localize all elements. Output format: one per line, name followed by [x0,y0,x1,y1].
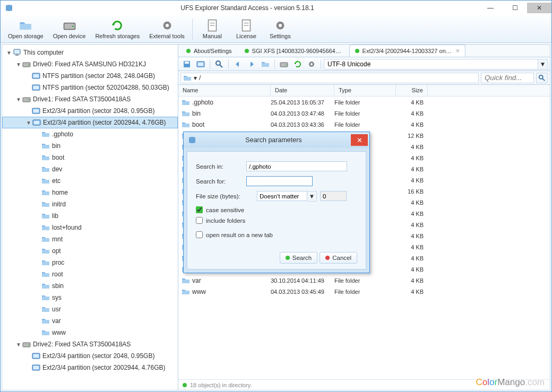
part-icon [32,83,40,92]
tree-item[interactable]: boot [2,152,178,163]
tree-item[interactable]: .gphoto [2,128,178,140]
tree-item[interactable]: initrd [2,198,178,210]
tree-item[interactable]: lost+found [2,222,178,233]
home-icon[interactable] [278,58,290,70]
path-field[interactable]: ▾ / [180,73,479,83]
filesize-dropdown-icon[interactable]: ▼ [307,191,317,202]
settings-icon[interactable] [305,58,318,70]
tree-item[interactable]: var [2,315,178,327]
maximize-button[interactable]: ☐ [503,3,527,13]
tree-label: lost+found [52,224,82,231]
col-name[interactable]: Name [178,85,271,96]
folder-icon [41,223,50,232]
encoding-dropdown-icon[interactable]: ▼ [538,59,548,69]
tree-item[interactable]: home [2,187,178,198]
tree-item[interactable]: sys [2,292,178,303]
tree-item[interactable]: etc [2,175,178,187]
tree-item[interactable]: mnt [2,233,178,245]
folder-icon [183,74,192,82]
case-sensitive-checkbox[interactable] [196,206,203,213]
toolbar-settings[interactable]: Settings [264,18,297,40]
expand-icon[interactable]: ▼ [15,342,22,347]
minimize-button[interactable]: — [478,3,503,13]
quick-find-button[interactable] [536,73,548,83]
tree-item[interactable]: bin [2,140,178,152]
tree-item[interactable]: NTFS partition (sector 520204288, 50.03G… [2,82,178,93]
search-in-input[interactable] [246,161,347,171]
device-tree[interactable]: ▼This computer▼Drive0: Fixed ATA SAMSUNG… [2,45,178,390]
include-folders-checkbox[interactable] [196,217,203,224]
back-icon[interactable] [231,58,244,70]
expand-icon[interactable]: ▼ [15,62,22,67]
open-new-tab-label: open result on a new tab [206,232,273,238]
tree-item[interactable]: ▼This computer [2,47,178,58]
file-row[interactable]: bin04.03.2013 03:47:48File folder4 KB [178,108,550,119]
folder-icon [41,212,50,220]
dialog-cancel-button[interactable]: Cancel [320,252,357,264]
tree-item[interactable]: root [2,268,178,280]
refresh-icon[interactable] [291,58,304,70]
tree-item[interactable]: Ext2/3/4 partition (sector 2048, 0.95GB) [2,105,178,117]
up-icon[interactable] [259,58,272,70]
encoding-select[interactable] [324,59,538,69]
tree-label: var [52,317,61,325]
folder-icon [41,328,50,337]
tree-label: Ext2/3/4 partition (sector 2002944, 4.76… [43,119,166,126]
col-size[interactable]: Size [396,85,428,96]
tree-item[interactable]: opt [2,245,178,257]
tree-item[interactable]: usr [2,303,178,315]
search-icon[interactable] [213,58,226,70]
expand-icon[interactable]: ▼ [15,97,22,102]
filesize-value-input [320,191,347,201]
tab[interactable]: About/Settings [180,45,238,57]
toolbar-open-device[interactable]: Open device [49,18,90,40]
quick-find-input[interactable] [481,73,534,83]
expand-icon[interactable]: ▼ [5,50,13,56]
filesize-mode-select[interactable] [257,191,307,201]
tab-close-icon[interactable]: × [456,47,460,55]
col-date[interactable]: Date [271,85,334,96]
tab[interactable]: Ext2/3/4 [2002944-12003327 on…× [349,45,465,57]
tree-item[interactable]: Ext2/3/4 partition (sector 2002944, 4.76… [2,362,178,373]
dialog-close-button[interactable]: ✕ [351,134,368,146]
tree-item[interactable]: ▼Ext2/3/4 partition (sector 2002944, 4.7… [2,117,178,128]
tree-item[interactable]: proc [2,257,178,268]
toolbar-refresh-storages[interactable]: Refresh storages [91,18,144,40]
tree-label: Drive0: Fixed ATA SAMSUNG HD321KJ [33,60,146,68]
tree-item[interactable]: lib [2,210,178,222]
tree-label: etc [52,177,61,185]
folder-icon [41,177,50,185]
tree-label: mnt [52,236,63,243]
tree-item[interactable]: www [2,327,178,338]
col-type[interactable]: Type [334,85,396,96]
forward-icon[interactable] [245,58,258,70]
tree-item[interactable]: dev [2,163,178,175]
dialog-search-button[interactable]: Search [280,252,317,264]
tree-label: NTFS partition (sector 2048, 248.04GB) [42,72,155,80]
folder-icon [41,153,50,162]
file-row[interactable]: .gphoto25.04.2013 16:05:37File folder4 K… [178,97,550,108]
icon-toolbar: ▼ [178,57,550,71]
expand-icon[interactable]: ▼ [25,120,32,126]
close-button[interactable]: ✕ [527,3,551,13]
tree-item[interactable]: NTFS partition (sector 2048, 248.04GB) [2,70,178,82]
tree-item[interactable]: ▼Drive0: Fixed ATA SAMSUNG HD321KJ [2,58,178,70]
toolbar-manual[interactable]: Manual [196,18,229,40]
file-row[interactable]: var30.10.2014 04:11:49File folder4 KB [178,275,550,286]
toolbar-license[interactable]: License [230,18,263,40]
tree-item[interactable]: ▼Drive1: Fixed SATA ST3500418AS [2,93,178,105]
folder-icon [182,120,190,129]
file-row[interactable]: boot04.03.2013 03:43:36File folder4 KB [178,119,550,130]
search-for-input[interactable] [246,176,313,186]
tree-view-icon[interactable] [194,58,207,70]
open-new-tab-checkbox[interactable] [196,231,203,238]
file-row[interactable]: www04.03.2013 03:45:49File folder4 KB [178,286,550,297]
save-icon[interactable] [180,58,193,70]
toolbar-external-tools[interactable]: External tools [145,18,189,40]
toolbar-open-storage[interactable]: Open storage [4,18,48,40]
tree-item[interactable]: ▼Drive2: Fixed SATA ST3500418AS [2,338,178,350]
tree-item[interactable]: sbin [2,280,178,292]
part-icon [32,363,40,372]
tree-item[interactable]: Ext2/3/4 partition (sector 2048, 0.95GB) [2,350,178,362]
tab[interactable]: SGI XFS [14008320-960945664 on Dr… [239,45,348,57]
